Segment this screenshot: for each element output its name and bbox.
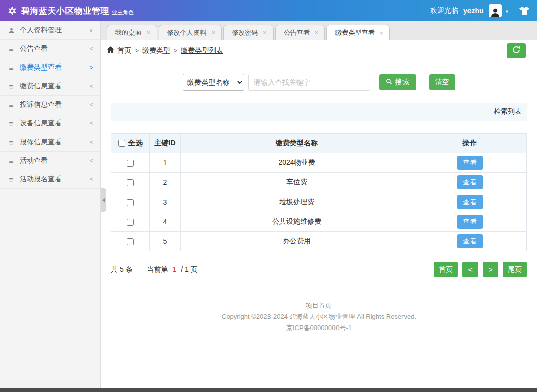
pagination-current-suffix: / 1 页 [181,265,197,273]
chevron-icon: < [90,157,93,164]
col-header-name: 缴费类型名称 [181,134,413,153]
search-icon [386,78,392,86]
chevron-icon: < [90,176,93,183]
refresh-button[interactable] [507,43,526,58]
pagination-current-page: 1 [172,265,176,273]
clear-button-label: 清空 [435,78,449,86]
prev-page-button[interactable]: < [462,262,478,277]
tab-change-password[interactable]: 修改密码 × [223,25,274,40]
row-checkbox[interactable] [127,219,134,226]
main-panel: 我的桌面 × 修改个人资料 × 修改密码 × 公告查看 × 缴费类型查看 × [101,21,537,388]
table-row: 1 2024物业费 查看 [111,153,527,173]
close-icon[interactable]: × [147,29,151,36]
menu-icon: ≡ [7,63,15,72]
tab-my-desktop[interactable]: 我的桌面 × [107,25,157,40]
breadcrumb-item-fee-type: 缴费类型 [142,46,170,55]
menu-icon: ≡ [7,157,15,165]
search-button[interactable]: 搜索 [379,74,416,90]
sidebar-item-personal-profile[interactable]: 个人资料管理 ∨ [0,21,100,40]
tab-bar: 我的桌面 × 修改个人资料 × 修改密码 × 公告查看 × 缴费类型查看 × [101,21,537,40]
cell-checkbox [111,232,150,251]
tab-edit-profile[interactable]: 修改个人资料 × [159,25,222,40]
view-button[interactable]: 查看 [457,195,483,209]
close-icon[interactable]: × [212,29,216,36]
pagination-current: 当前第 1 / 1 页 [147,265,198,274]
last-page-button[interactable]: 尾页 [503,262,527,277]
row-checkbox[interactable] [127,238,134,245]
view-button[interactable]: 查看 [457,215,483,229]
close-icon[interactable]: × [379,30,383,36]
cell-checkbox [111,153,150,173]
col-header-action: 操作 [413,134,527,153]
breadcrumb-home-link[interactable]: 首页 [107,46,131,55]
view-button[interactable]: 查看 [457,175,483,189]
sidebar-item-label: 公告查看 [20,44,48,53]
tab-label: 缴费类型查看 [335,28,374,37]
first-page-button[interactable]: 首页 [434,262,458,277]
cell-checkbox [111,192,150,212]
tab-notice-view[interactable]: 公告查看 × [275,25,325,40]
menu-icon: ≡ [7,82,15,91]
select-all-label: 全选 [128,139,143,148]
user-avatar [489,4,502,17]
main-layout: 个人资料管理 ∨ ≡ 公告查看 < ≡ 缴费类型查看 > ≡ 缴费信息查看 < … [0,21,537,388]
list-header-bar: 检索列表 [111,103,527,121]
row-checkbox[interactable] [127,160,134,167]
sidebar-item-fee-type-view[interactable]: ≡ 缴费类型查看 > [0,58,100,77]
footer-copyright: Copyright ©2023-2024 碧海蓝天小区物业管理 All Righ… [111,311,527,322]
cell-id: 2 [150,173,181,192]
user-menu[interactable]: ∨ [489,4,509,17]
sidebar-item-label: 投诉信息查看 [20,100,62,109]
menu-icon: ≡ [7,175,15,184]
sidebar-collapse-handle[interactable] [101,188,106,212]
cell-id: 3 [150,192,181,212]
cell-id: 4 [150,212,181,232]
sidebar-item-fee-info-view[interactable]: ≡ 缴费信息查看 < [0,77,100,96]
breadcrumb: 首页 > 缴费类型 > 缴费类型列表 [101,40,537,61]
breadcrumb-home-label: 首页 [117,46,131,55]
sidebar-item-notice-view[interactable]: ≡ 公告查看 < [0,40,100,58]
cell-id: 5 [150,232,181,251]
sidebar-item-label: 报修信息查看 [20,138,62,147]
content-area: 缴费类型名称 搜索 清空 [101,61,537,388]
search-type-select[interactable]: 缴费类型名称 [183,74,244,91]
logo-gear-icon [7,6,17,16]
clear-button[interactable]: 清空 [429,74,455,90]
cell-action: 查看 [413,173,527,192]
row-checkbox[interactable] [127,179,134,186]
sidebar-item-activity-view[interactable]: ≡ 活动查看 < [0,152,100,170]
cell-action: 查看 [413,153,527,173]
cell-name: 2024物业费 [181,153,413,173]
close-icon[interactable]: × [315,29,319,36]
table-row: 3 垃圾处理费 查看 [111,192,527,212]
horizontal-scrollbar[interactable] [0,388,537,392]
next-page-button[interactable]: > [483,262,498,277]
breadcrumb-item-fee-type-list[interactable]: 缴费类型列表 [181,46,223,55]
sidebar-item-label: 活动报名查看 [20,175,62,184]
table-row: 2 车位费 查看 [111,173,527,192]
search-input[interactable] [248,74,370,91]
pagination-buttons: 首页 < > 尾页 [434,262,527,277]
tab-fee-type-view[interactable]: 缴费类型查看 × [326,25,390,40]
menu-icon: ≡ [7,119,15,128]
row-checkbox[interactable] [127,199,134,206]
cell-checkbox [111,173,150,192]
view-button[interactable]: 查看 [457,234,483,248]
sidebar-item-repair-view[interactable]: ≡ 报修信息查看 < [0,133,100,152]
list-header-label: 检索列表 [494,107,522,116]
sidebar-item-activity-signup-view[interactable]: ≡ 活动报名查看 < [0,170,100,189]
chevron-icon: > [90,64,93,71]
col-header-id: 主键ID [150,134,181,153]
table-row: 5 办公费用 查看 [111,232,527,251]
footer-home-link[interactable]: 项目首页 [111,300,527,311]
select-all-checkbox[interactable] [118,140,125,147]
page-footer: 项目首页 Copyright ©2023-2024 碧海蓝天小区物业管理 All… [111,300,527,339]
footer-icp: 京ICP备00000000号-1 [111,322,527,334]
search-button-label: 搜索 [395,78,410,87]
sidebar-item-device-view[interactable]: ≡ 设备信息查看 < [0,114,100,133]
tab-label: 修改密码 [232,28,258,37]
sidebar-item-complaint-view[interactable]: ≡ 投诉信息查看 < [0,96,100,114]
close-icon[interactable]: × [263,29,267,36]
theme-shirt-icon[interactable] [519,6,530,15]
view-button[interactable]: 查看 [457,156,483,170]
